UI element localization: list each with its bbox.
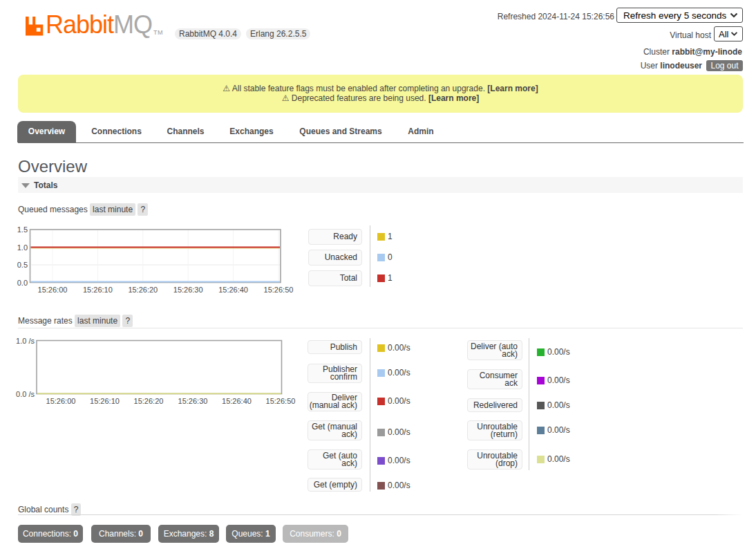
svg-text:1.0 /s: 1.0 /s	[16, 337, 35, 345]
svg-text:15:26:10: 15:26:10	[90, 397, 120, 405]
svg-text:15:26:40: 15:26:40	[222, 397, 252, 405]
svg-text:15:26:20: 15:26:20	[134, 397, 164, 405]
svg-text:15:26:50: 15:26:50	[266, 397, 296, 405]
svg-text:15:26:00: 15:26:00	[38, 286, 68, 294]
svg-text:0.0: 0.0	[17, 279, 28, 287]
svg-text:0.0 /s: 0.0 /s	[16, 390, 35, 398]
svg-text:1.0: 1.0	[17, 243, 28, 252]
svg-text:15:26:10: 15:26:10	[83, 286, 113, 294]
svg-text:15:26:40: 15:26:40	[218, 286, 248, 294]
svg-text:0.5: 0.5	[17, 261, 28, 269]
svg-text:1.5: 1.5	[17, 225, 28, 234]
svg-text:15:26:00: 15:26:00	[46, 397, 76, 405]
svg-text:15:26:20: 15:26:20	[128, 286, 158, 294]
svg-text:15:26:50: 15:26:50	[264, 286, 294, 294]
svg-text:15:26:30: 15:26:30	[178, 397, 208, 405]
svg-text:15:26:30: 15:26:30	[173, 286, 203, 294]
